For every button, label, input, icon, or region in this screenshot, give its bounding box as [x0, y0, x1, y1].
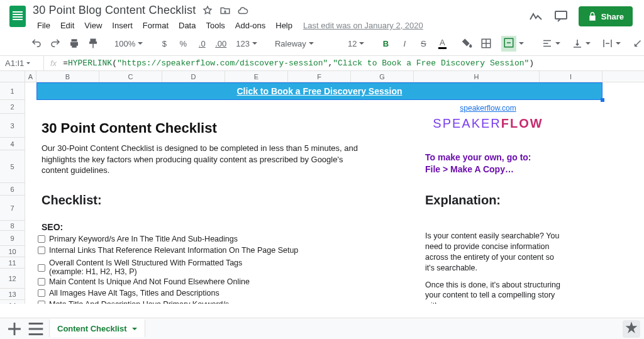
- name-box[interactable]: A1:I1: [0, 56, 44, 70]
- paint-format-icon[interactable]: [86, 35, 101, 52]
- checkbox[interactable]: [38, 301, 45, 304]
- star-icon[interactable]: [202, 5, 213, 16]
- redo-icon[interactable]: [48, 35, 63, 52]
- menu-addons[interactable]: Add-ons: [231, 18, 270, 33]
- doc-title[interactable]: 30 Point Blog Content Checklist: [33, 4, 196, 17]
- row-header[interactable]: 8: [0, 221, 25, 231]
- undo-icon[interactable]: [29, 35, 44, 52]
- menu-insert[interactable]: Insert: [108, 18, 137, 33]
- checkbox[interactable]: [38, 278, 45, 286]
- zoom-select[interactable]: 100%: [111, 39, 147, 48]
- checkbox[interactable]: [38, 235, 45, 243]
- col-header[interactable]: E: [225, 71, 288, 82]
- last-edit-note[interactable]: Last edit was on January 2, 2020: [303, 21, 423, 30]
- sheet-tab-bar: Content Checklist: [0, 318, 644, 339]
- borders-button[interactable]: [479, 35, 494, 52]
- menu-bar: File Edit View Insert Format Data Tools …: [33, 18, 528, 33]
- percent-button[interactable]: %: [175, 35, 191, 52]
- increase-decimal[interactable]: .00: [213, 35, 228, 52]
- row-header[interactable]: 3: [0, 114, 25, 138]
- menu-file[interactable]: File: [33, 18, 55, 33]
- list-item: All Images Have Alt Tags, Titles and Des…: [49, 289, 219, 297]
- row-header[interactable]: 4: [0, 138, 25, 150]
- strikethrough-button[interactable]: S: [416, 35, 431, 52]
- row-header[interactable]: 1: [0, 82, 25, 100]
- row-header[interactable]: 13: [0, 289, 25, 300]
- col-header[interactable]: H: [414, 71, 540, 82]
- all-sheets-button[interactable]: [25, 320, 47, 338]
- text-wrap[interactable]: [598, 38, 625, 49]
- app-logo[interactable]: [5, 4, 30, 29]
- list-item: Meta Title And Description Have Primary …: [49, 300, 229, 304]
- comments-icon[interactable]: [553, 9, 569, 24]
- menu-data[interactable]: Data: [174, 18, 200, 33]
- discovery-session-link-cell[interactable]: Click to Book a Free Discovery Session: [36, 82, 602, 100]
- speakerflow-link[interactable]: speakerflow.com: [425, 104, 551, 113]
- sheet-tab-content-checklist[interactable]: Content Checklist: [49, 319, 145, 337]
- text-color-button[interactable]: A: [435, 35, 450, 52]
- col-header[interactable]: A: [25, 71, 36, 82]
- row-headers: 1 2 3 4 5 6 7 8 9 10 11 12 13 14 15: [0, 82, 25, 304]
- menu-edit[interactable]: Edit: [56, 18, 79, 33]
- row-header[interactable]: 11: [0, 257, 25, 269]
- fill-color-button[interactable]: [460, 35, 475, 52]
- toolbar: 100% $ % .0 .00 123 Raleway 12 B I S A Σ: [0, 33, 644, 56]
- speakerflow-logo: SPEAKERFLOW: [425, 116, 551, 131]
- row-header[interactable]: 2: [0, 100, 25, 114]
- font-size-value: 12: [348, 39, 357, 48]
- font-size-select[interactable]: 12: [344, 39, 368, 48]
- bold-button[interactable]: B: [378, 35, 393, 52]
- name-box-value: A1:I1: [5, 58, 24, 68]
- col-header[interactable]: B: [36, 71, 99, 82]
- font-family-value: Raleway: [275, 39, 306, 48]
- italic-button[interactable]: I: [397, 35, 412, 52]
- menu-view[interactable]: View: [80, 18, 106, 33]
- activity-icon[interactable]: [528, 9, 543, 24]
- make-copy-instructions: To make your own, go to: File > Make A C…: [425, 152, 531, 175]
- menu-tools[interactable]: Tools: [201, 18, 229, 33]
- row-header[interactable]: 7: [0, 196, 25, 221]
- col-header[interactable]: F: [288, 71, 351, 82]
- merge-cells-button[interactable]: [497, 36, 528, 52]
- description-text: Our 30-Point Content Checklist is design…: [42, 143, 369, 176]
- select-all-corner[interactable]: [0, 71, 25, 82]
- col-header[interactable]: G: [351, 71, 414, 82]
- chevron-down-icon[interactable]: [132, 328, 137, 333]
- menu-format[interactable]: Format: [138, 18, 173, 33]
- column-headers: A B C D E F G H I: [0, 71, 644, 82]
- font-family-select[interactable]: Raleway: [271, 39, 334, 48]
- currency-button[interactable]: $: [157, 35, 172, 52]
- seo-checklist: Primary Keyword/s Are In The Title And S…: [38, 235, 298, 304]
- formula-input[interactable]: =HYPERLINK("https://speakerflow.com/disc…: [63, 58, 534, 68]
- share-label: Share: [601, 12, 624, 21]
- print-icon[interactable]: [67, 35, 82, 52]
- row-header[interactable]: 5: [0, 150, 25, 183]
- explore-button[interactable]: [623, 320, 640, 338]
- col-header[interactable]: C: [99, 71, 162, 82]
- menu-help[interactable]: Help: [271, 18, 297, 33]
- more-formats[interactable]: 123: [232, 39, 261, 48]
- checkbox[interactable]: [38, 264, 45, 272]
- row-header[interactable]: 12: [0, 269, 25, 289]
- checkbox[interactable]: [38, 289, 45, 297]
- page-title: 30 Point Content Checklist: [42, 120, 217, 136]
- horizontal-align[interactable]: [538, 38, 564, 49]
- row-header[interactable]: 10: [0, 246, 25, 257]
- row-header[interactable]: 9: [0, 231, 25, 246]
- vertical-align[interactable]: [568, 38, 594, 49]
- spreadsheet-grid[interactable]: A B C D E F G H I 1 2 3 4 5 6 7 8 9 10 1…: [0, 71, 644, 304]
- cloud-icon[interactable]: [237, 5, 248, 16]
- row-header[interactable]: 6: [0, 183, 25, 196]
- explanation-heading: Explanation:: [425, 193, 501, 208]
- share-button[interactable]: Share: [579, 6, 633, 26]
- sheet-tab-label: Content Checklist: [57, 324, 127, 333]
- col-header[interactable]: D: [162, 71, 225, 82]
- move-icon[interactable]: [219, 5, 231, 16]
- row-header[interactable]: 14: [0, 300, 25, 304]
- checkbox[interactable]: [38, 247, 45, 254]
- text-rotation[interactable]: [628, 38, 644, 49]
- zoom-value: 100%: [114, 39, 135, 48]
- col-header[interactable]: I: [540, 71, 602, 82]
- add-sheet-button[interactable]: [4, 320, 25, 338]
- decrease-decimal[interactable]: .0: [194, 35, 209, 52]
